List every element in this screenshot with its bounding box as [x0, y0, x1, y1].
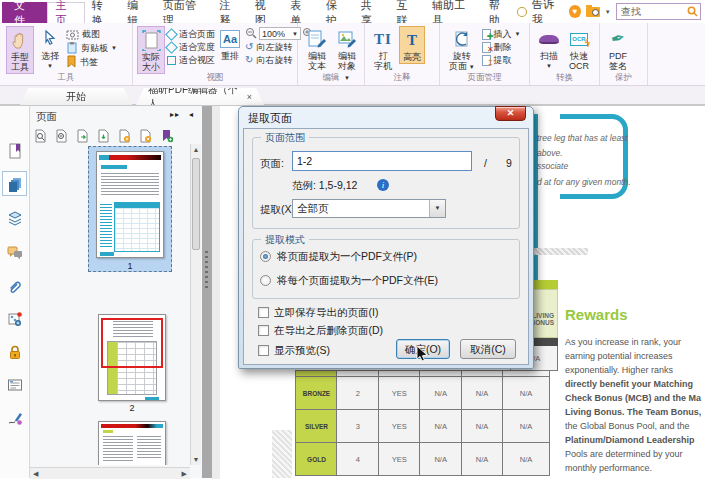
snapshot-button[interactable]: 截图	[66, 28, 117, 40]
radio-one-pdf[interactable]	[260, 251, 271, 262]
collapse-panel-icon[interactable]: ◂	[189, 110, 194, 119]
rewards-text: monthly performance.	[565, 463, 652, 473]
extract-pages-button[interactable]: ↥提取	[482, 54, 521, 66]
panel-splitter[interactable]	[202, 105, 212, 478]
actual-size-button[interactable]: 实际 大小	[137, 26, 165, 74]
extract-mode-value: 全部页	[297, 202, 329, 216]
fit-page-icon	[165, 28, 178, 41]
checkbox-show-preview[interactable]	[258, 345, 269, 356]
rotate-pages-button[interactable]: 旋转 页面 ▼	[446, 26, 478, 73]
red-annotation-rectangle[interactable]	[101, 318, 163, 368]
menu-tab-form[interactable]: 表单	[283, 2, 318, 23]
fit-visible-button[interactable]: 适合视区	[167, 54, 215, 66]
insert-pages-button[interactable]: ✚插入▼	[482, 28, 521, 40]
lightbulb-icon	[517, 7, 527, 17]
extract-page-tool-icon[interactable]	[76, 129, 89, 143]
cancel-button[interactable]: 取消(C)	[460, 339, 516, 359]
ocr-icon: OCRϟ	[570, 33, 588, 46]
menu-tab-protect[interactable]: 保护	[319, 2, 354, 23]
thumbnail-vertical-scrollbar[interactable]: ▲ ▼	[190, 144, 201, 465]
checkbox-save-immediately[interactable]	[258, 307, 269, 318]
zoom-in-thumbnails-icon[interactable]	[34, 129, 47, 143]
file-menu-button[interactable]: 文件	[2, 2, 47, 23]
delete-pages-button[interactable]: ✕删除	[482, 41, 521, 53]
scroll-up-icon[interactable]: ▲	[191, 146, 201, 153]
extract-pages-dialog: 提取页面 ✕ 页面范围 页面: 1-2 / 9 范例: 1,5-9,12 i 提…	[238, 106, 534, 369]
menu-tab-view[interactable]: 视图	[248, 2, 283, 23]
menu-tab-accessibility[interactable]: 辅助工具	[425, 2, 482, 23]
edit-text-button[interactable]: 编辑 文本	[304, 26, 330, 72]
chevron-down-icon: ▼	[111, 42, 117, 54]
menu-tab-help[interactable]: 帮助	[482, 2, 517, 23]
hand-tool-button[interactable]: 手型 工具	[6, 26, 34, 74]
scroll-left-icon[interactable]: ◀	[33, 470, 38, 478]
pdf-sign-button[interactable]: ✒ PDF 签名	[606, 26, 630, 72]
search-icon[interactable]	[687, 6, 698, 17]
fit-width-button[interactable]: 适合宽度	[167, 41, 215, 53]
folder-search-icon[interactable]	[586, 7, 600, 17]
zoom-out-icon[interactable]	[245, 27, 258, 40]
add-pages-tool-icon[interactable]	[118, 129, 131, 143]
page-2-thumbnail[interactable]	[98, 314, 166, 401]
menu-tab-home[interactable]: 主页	[47, 2, 84, 23]
info-icon[interactable]: i	[377, 179, 389, 191]
menu-tab-comment[interactable]: 注释	[212, 2, 247, 23]
digital-signature-panel-icon[interactable]	[2, 405, 27, 430]
attachments-panel-icon[interactable]	[2, 274, 27, 299]
radio-each-pdf[interactable]	[260, 275, 271, 286]
quick-ocr-button[interactable]: OCRϟ 快速 OCR	[566, 26, 592, 72]
comments-panel-icon[interactable]	[2, 240, 27, 265]
fields-panel-icon[interactable]	[2, 372, 27, 397]
menu-tab-edit[interactable]: 编辑	[120, 2, 155, 23]
thumbnail-horizontal-scrollbar[interactable]: ◀ ▶	[30, 467, 190, 479]
bookmarks-panel-icon[interactable]	[2, 138, 27, 163]
typewriter-button[interactable]: TI 打 字机	[371, 26, 395, 72]
scrollbar-thumb[interactable]	[192, 158, 200, 250]
page-1-thumbnail[interactable]	[96, 151, 164, 258]
destinations-panel-icon[interactable]	[2, 306, 27, 331]
bookmark-button[interactable]: 书签	[66, 55, 117, 68]
security-panel-icon[interactable]	[2, 339, 27, 364]
rank-cell: SILVER	[295, 410, 338, 443]
tab-document[interactable]: 福昕PDF编辑器（个人... ×	[136, 88, 264, 105]
pages-panel-icon[interactable]	[2, 171, 27, 196]
rank-cell: BRONZE	[295, 377, 338, 410]
extract-mode-select[interactable]: 全部页 ▼	[292, 199, 446, 218]
expand-panel-icon[interactable]: ▸▸	[170, 110, 180, 119]
fit-width-icon	[165, 41, 178, 54]
rewards-text: Platinum/Diamond Leadership	[565, 435, 695, 445]
fit-page-button[interactable]: 适合页面	[167, 28, 215, 40]
scroll-down-icon[interactable]: ▼	[191, 456, 201, 463]
select-tool-button[interactable]: 选择 ▼	[38, 26, 62, 72]
zoom-level-select[interactable]: 100%▼	[259, 27, 301, 40]
rotate-pages-icon	[452, 27, 472, 51]
checkbox-delete-after[interactable]	[258, 325, 269, 336]
tab-start[interactable]: 开始	[20, 88, 132, 105]
zoom-out-thumbnails-icon[interactable]	[55, 129, 68, 143]
page-3-thumbnail[interactable]	[98, 421, 166, 465]
scroll-right-icon[interactable]: ▶	[182, 470, 187, 478]
menu-tab-convert[interactable]: 转换	[85, 2, 120, 23]
clipboard-button[interactable]: 剪贴板▼	[66, 41, 117, 54]
rewards-text: exponentially. Higher ranks	[565, 365, 673, 375]
dialog-close-button[interactable]: ✕	[495, 106, 526, 121]
heart-icon[interactable]: ♥	[569, 5, 582, 18]
reflow-button[interactable]: Aa 重排	[217, 26, 243, 62]
table-cell: N/A	[502, 410, 550, 443]
chevron-down-icon[interactable]: ▼	[605, 9, 611, 15]
scan-button[interactable]: 扫描 ▼	[536, 26, 562, 72]
delete-pages-tool-icon[interactable]	[139, 129, 152, 143]
layers-panel-icon[interactable]	[2, 206, 27, 231]
bookmark-settings-tool-icon[interactable]	[160, 129, 173, 143]
menu-tab-connect[interactable]: 互联	[389, 2, 424, 23]
close-tab-icon[interactable]: ×	[247, 92, 252, 102]
insert-page-tool-icon[interactable]	[97, 129, 110, 143]
chevron-down-icon[interactable]: ▼	[429, 200, 445, 217]
menu-tab-page-organize[interactable]: 页面管理	[156, 2, 213, 23]
typewriter-label2: 字机	[374, 61, 392, 71]
highlight-button[interactable]: T 高亮	[399, 26, 425, 64]
page-range-input[interactable]: 1-2	[292, 151, 472, 171]
select-tool-label: 选择	[41, 51, 59, 61]
menu-tab-share[interactable]: 共享	[354, 2, 389, 23]
search-input[interactable]: 查找	[616, 3, 701, 20]
